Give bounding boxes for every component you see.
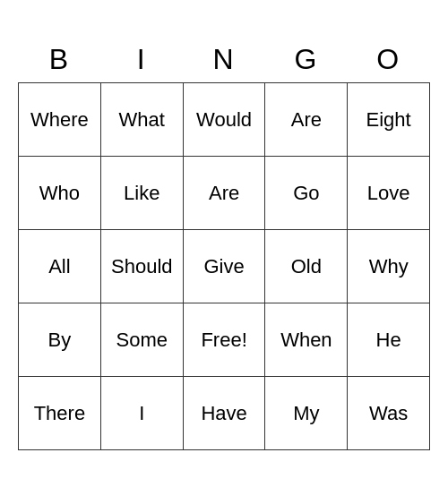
header-g: G xyxy=(265,37,348,83)
bingo-cell: Like xyxy=(100,157,183,230)
bingo-cell: Why xyxy=(348,230,430,303)
bingo-cell: I xyxy=(100,377,183,450)
bingo-cell: Where xyxy=(19,83,101,157)
bingo-body: WhereWhatWouldAreEightWhoLikeAreGoLoveAl… xyxy=(19,83,430,450)
bingo-cell: Should xyxy=(100,230,183,303)
bingo-cell: When xyxy=(265,303,348,377)
bingo-card: B I N G O WhereWhatWouldAreEightWhoLikeA… xyxy=(18,37,430,451)
bingo-cell: Was xyxy=(348,377,430,450)
bingo-cell: Old xyxy=(265,230,348,303)
bingo-cell: What xyxy=(100,83,183,157)
bingo-cell: Would xyxy=(183,83,265,157)
table-row: WhoLikeAreGoLove xyxy=(19,157,430,230)
table-row: WhereWhatWouldAreEight xyxy=(19,83,430,157)
header-b: B xyxy=(19,37,101,83)
bingo-cell: There xyxy=(19,377,101,450)
bingo-cell: He xyxy=(348,303,430,377)
bingo-cell: Go xyxy=(265,157,348,230)
bingo-cell: Some xyxy=(100,303,183,377)
bingo-header-row: B I N G O xyxy=(19,37,430,83)
bingo-cell: Free! xyxy=(183,303,265,377)
bingo-cell: Love xyxy=(348,157,430,230)
bingo-cell: By xyxy=(19,303,101,377)
bingo-cell: Are xyxy=(183,157,265,230)
bingo-cell: Are xyxy=(265,83,348,157)
bingo-cell: All xyxy=(19,230,101,303)
header-i: I xyxy=(100,37,183,83)
table-row: ThereIHaveMyWas xyxy=(19,377,430,450)
bingo-cell: Give xyxy=(183,230,265,303)
bingo-cell: Have xyxy=(183,377,265,450)
header-o: O xyxy=(348,37,430,83)
bingo-cell: Who xyxy=(19,157,101,230)
bingo-cell: Eight xyxy=(348,83,430,157)
table-row: AllShouldGiveOldWhy xyxy=(19,230,430,303)
table-row: BySomeFree!WhenHe xyxy=(19,303,430,377)
header-n: N xyxy=(183,37,265,83)
bingo-cell: My xyxy=(265,377,348,450)
